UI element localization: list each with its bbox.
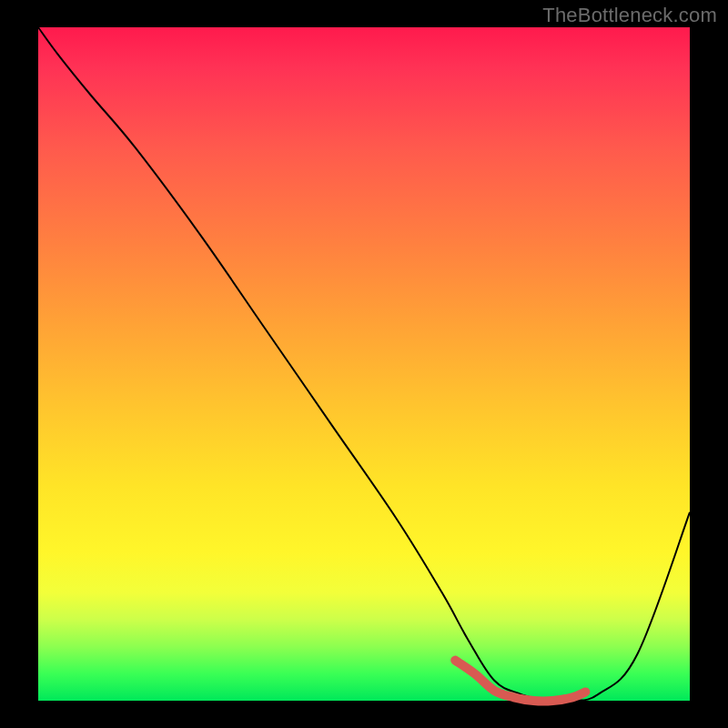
chart-plot-area [38,27,690,701]
optimal-range-highlight [455,661,585,702]
bottleneck-curve-line [38,27,690,702]
chart-svg [38,27,690,701]
chart-frame: TheBottleneck.com [0,0,728,728]
watermark-label: TheBottleneck.com [542,4,717,27]
